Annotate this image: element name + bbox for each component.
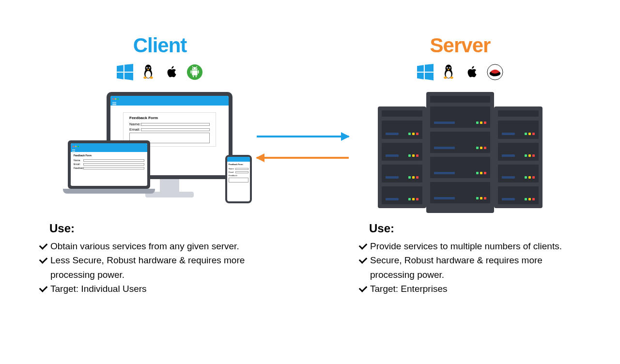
apple-icon <box>163 64 180 80</box>
svg-point-27 <box>450 76 453 79</box>
linux-icon <box>140 64 156 80</box>
server-os-icons <box>417 64 503 80</box>
svg-point-26 <box>444 76 447 79</box>
server-use-list: Provide services to multiple numbers of … <box>358 239 581 296</box>
use-heading: Use: <box>49 222 281 235</box>
svg-rect-12 <box>192 70 197 75</box>
client-column: Client <box>39 34 281 296</box>
communication-arrows <box>257 136 354 178</box>
server-rack <box>426 92 494 213</box>
svg-rect-16 <box>196 76 197 77</box>
use-heading: Use: <box>369 222 581 235</box>
redhat-icon <box>487 64 503 80</box>
svg-rect-15 <box>193 76 194 77</box>
svg-point-6 <box>149 68 150 69</box>
form-title: Feedback Form <box>129 116 210 120</box>
linux-icon <box>440 64 457 80</box>
svg-point-8 <box>150 76 153 79</box>
email-input <box>141 128 210 131</box>
client-title: Client <box>133 34 187 57</box>
server-rack <box>378 106 426 208</box>
list-item: Provide services to multiple numbers of … <box>358 239 581 253</box>
svg-rect-14 <box>198 70 199 74</box>
windows-icon <box>417 64 434 80</box>
client-use-list: Obtain various services from any given s… <box>39 239 281 296</box>
svg-point-10 <box>193 68 194 69</box>
android-icon <box>186 64 203 80</box>
list-item: Secure, Robust hardware & requires more … <box>358 253 581 282</box>
list-item: Target: Enterprises <box>358 282 581 296</box>
apple-icon <box>464 64 480 80</box>
hamburger-icon <box>112 102 116 105</box>
response-arrow-icon <box>257 157 349 159</box>
request-arrow-icon <box>257 136 349 137</box>
server-use-section: Use: Provide services to multiple number… <box>339 222 581 296</box>
svg-point-5 <box>147 68 148 69</box>
list-item: Less Secure, Robust hardware & requires … <box>39 253 281 282</box>
list-item: Target: Individual Users <box>39 282 281 296</box>
diagram-container: Client <box>0 0 620 296</box>
list-item: Obtain various services from any given s… <box>39 239 281 253</box>
server-title: Server <box>430 34 491 57</box>
svg-point-7 <box>143 76 147 79</box>
client-devices: Feedback Form Name: Email: <box>73 92 247 213</box>
svg-point-11 <box>196 68 197 69</box>
server-column: Server <box>339 34 581 296</box>
hamburger-icon <box>72 150 75 152</box>
windows-icon <box>117 64 133 80</box>
svg-point-30 <box>492 71 497 74</box>
server-racks <box>378 92 542 213</box>
name-input <box>141 123 210 126</box>
svg-rect-13 <box>191 70 192 74</box>
client-os-icons <box>117 64 203 80</box>
client-use-section: Use: Obtain various services from any gi… <box>39 222 281 296</box>
laptop-device: Feedback Form Name: Email: Feedback: <box>68 140 150 194</box>
svg-point-24 <box>447 68 448 69</box>
phone-device: Feedback Form Name: Email: Feedback: <box>225 155 252 203</box>
server-rack <box>494 106 542 208</box>
svg-point-25 <box>449 68 450 69</box>
